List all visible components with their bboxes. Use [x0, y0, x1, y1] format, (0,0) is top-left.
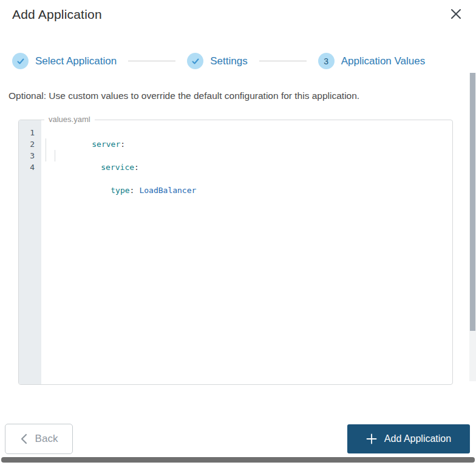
- plus-icon: [366, 433, 377, 444]
- code-line: 1 server:: [19, 127, 452, 138]
- line-number: 2: [19, 138, 41, 150]
- step-3-circle: 3: [318, 53, 335, 69]
- close-button[interactable]: [448, 6, 464, 22]
- code-line: 4: [19, 161, 452, 173]
- back-button-label: Back: [35, 433, 58, 445]
- step-1-label: Select Application: [35, 55, 117, 67]
- indent-guide: [46, 150, 46, 161]
- editor-code-area[interactable]: 1 server: 2 service: 3 type:LoadBalancer: [19, 127, 452, 173]
- yaml-colon: :: [130, 186, 135, 195]
- step-3-number: 3: [324, 56, 328, 66]
- indent-guide: [46, 138, 46, 150]
- chevron-left-icon: [20, 433, 27, 444]
- code-line: 2 service:: [19, 138, 452, 150]
- step-1-circle: [12, 53, 29, 69]
- line-number: 3: [19, 150, 41, 161]
- add-application-button-label: Add Application: [384, 433, 451, 444]
- step-2-label: Settings: [210, 55, 247, 67]
- values-yaml-editor[interactable]: values.yaml 1 server: 2 service: 3: [18, 120, 453, 385]
- yaml-value: LoadBalancer: [139, 186, 196, 195]
- vertical-scrollbar-track[interactable]: [469, 73, 476, 381]
- step-connector: [128, 61, 175, 61]
- vertical-scrollbar-thumb[interactable]: [470, 73, 475, 331]
- wizard-stepper: Select Application Settings 3 Applicatio…: [12, 53, 425, 69]
- optional-values-description: Optional: Use custom values to override …: [8, 90, 359, 101]
- step-select-application[interactable]: Select Application: [12, 53, 117, 69]
- step-application-values[interactable]: 3 Application Values: [318, 53, 426, 69]
- line-number: 1: [19, 127, 41, 138]
- dialog-title: Add Application: [12, 7, 102, 22]
- step-3-label: Application Values: [341, 55, 426, 67]
- horizontal-scrollbar-thumb[interactable]: [1, 457, 475, 463]
- line-number: 4: [19, 161, 41, 173]
- step-connector: [259, 61, 307, 61]
- code-line: 3 type:LoadBalancer: [19, 150, 452, 161]
- step-2-circle: [187, 53, 203, 69]
- indent-guide: [55, 150, 55, 161]
- add-application-button[interactable]: Add Application: [347, 424, 470, 453]
- close-icon: [450, 8, 462, 20]
- check-icon: [191, 57, 200, 66]
- editor-filename-label: values.yaml: [44, 115, 95, 124]
- yaml-key: type: [110, 186, 129, 195]
- step-settings[interactable]: Settings: [187, 53, 247, 69]
- back-button[interactable]: Back: [5, 424, 73, 454]
- check-icon: [16, 57, 25, 66]
